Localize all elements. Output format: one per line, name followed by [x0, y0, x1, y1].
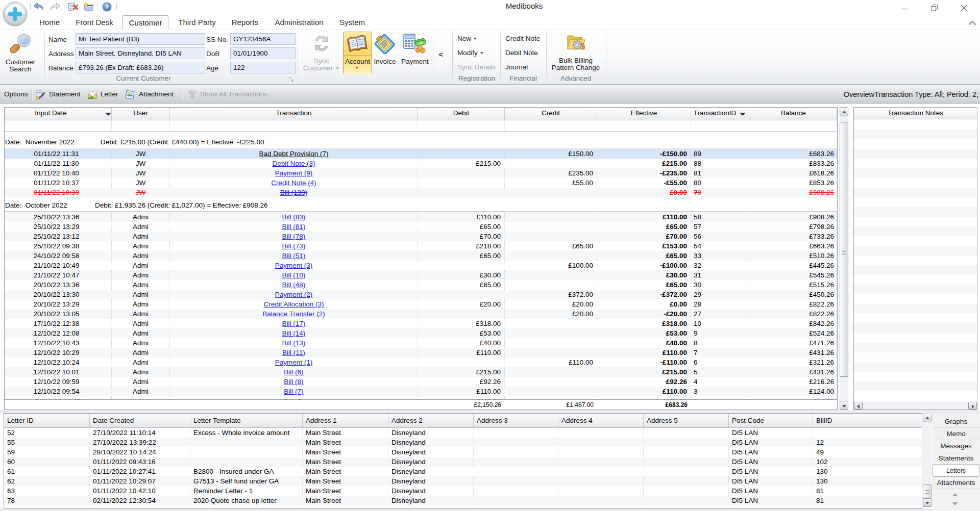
svg-text:?: ? — [105, 4, 109, 11]
